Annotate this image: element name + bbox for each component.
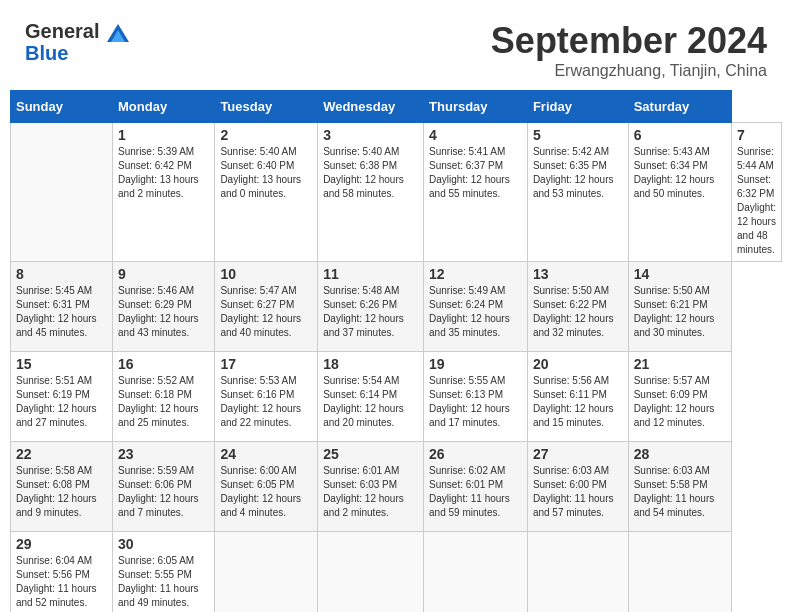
calendar-week-row: 15Sunrise: 5:51 AM Sunset: 6:19 PM Dayli…	[11, 352, 782, 442]
day-info: Sunrise: 5:52 AM Sunset: 6:18 PM Dayligh…	[118, 374, 209, 430]
day-number: 30	[118, 536, 209, 552]
calendar-day-cell: 7Sunrise: 5:44 AM Sunset: 6:32 PM Daylig…	[732, 123, 782, 262]
day-number: 12	[429, 266, 522, 282]
day-number: 4	[429, 127, 522, 143]
calendar-day-cell: 21Sunrise: 5:57 AM Sunset: 6:09 PM Dayli…	[628, 352, 731, 442]
day-number: 24	[220, 446, 312, 462]
day-info: Sunrise: 6:04 AM Sunset: 5:56 PM Dayligh…	[16, 554, 107, 610]
calendar-day-cell: 2Sunrise: 5:40 AM Sunset: 6:40 PM Daylig…	[215, 123, 318, 262]
day-info: Sunrise: 5:43 AM Sunset: 6:34 PM Dayligh…	[634, 145, 726, 201]
month-title: September 2024	[491, 20, 767, 62]
day-number: 6	[634, 127, 726, 143]
day-number: 16	[118, 356, 209, 372]
day-info: Sunrise: 6:03 AM Sunset: 6:00 PM Dayligh…	[533, 464, 623, 520]
day-number: 22	[16, 446, 107, 462]
day-info: Sunrise: 5:51 AM Sunset: 6:19 PM Dayligh…	[16, 374, 107, 430]
day-number: 3	[323, 127, 418, 143]
day-number: 7	[737, 127, 776, 143]
logo-icon	[107, 24, 129, 42]
day-number: 13	[533, 266, 623, 282]
calendar-day-cell: 8Sunrise: 5:45 AM Sunset: 6:31 PM Daylig…	[11, 262, 113, 352]
calendar-day-cell: 5Sunrise: 5:42 AM Sunset: 6:35 PM Daylig…	[527, 123, 628, 262]
day-info: Sunrise: 5:44 AM Sunset: 6:32 PM Dayligh…	[737, 145, 776, 257]
day-number: 21	[634, 356, 726, 372]
calendar-day-cell: 13Sunrise: 5:50 AM Sunset: 6:22 PM Dayli…	[527, 262, 628, 352]
calendar-day-cell: 12Sunrise: 5:49 AM Sunset: 6:24 PM Dayli…	[424, 262, 528, 352]
day-info: Sunrise: 5:46 AM Sunset: 6:29 PM Dayligh…	[118, 284, 209, 340]
day-info: Sunrise: 5:54 AM Sunset: 6:14 PM Dayligh…	[323, 374, 418, 430]
calendar-day-cell: 26Sunrise: 6:02 AM Sunset: 6:01 PM Dayli…	[424, 442, 528, 532]
day-info: Sunrise: 5:42 AM Sunset: 6:35 PM Dayligh…	[533, 145, 623, 201]
calendar-day-cell	[318, 532, 424, 613]
logo-subtext: Blue	[25, 42, 129, 64]
day-info: Sunrise: 5:50 AM Sunset: 6:21 PM Dayligh…	[634, 284, 726, 340]
day-info: Sunrise: 5:41 AM Sunset: 6:37 PM Dayligh…	[429, 145, 522, 201]
day-number: 23	[118, 446, 209, 462]
weekday-header-cell: Sunday	[11, 91, 113, 123]
day-info: Sunrise: 5:39 AM Sunset: 6:42 PM Dayligh…	[118, 145, 209, 201]
weekday-header-cell: Wednesday	[318, 91, 424, 123]
day-info: Sunrise: 5:40 AM Sunset: 6:40 PM Dayligh…	[220, 145, 312, 201]
day-info: Sunrise: 5:48 AM Sunset: 6:26 PM Dayligh…	[323, 284, 418, 340]
day-number: 19	[429, 356, 522, 372]
weekday-header-cell: Tuesday	[215, 91, 318, 123]
calendar-day-cell: 27Sunrise: 6:03 AM Sunset: 6:00 PM Dayli…	[527, 442, 628, 532]
calendar-day-cell: 9Sunrise: 5:46 AM Sunset: 6:29 PM Daylig…	[113, 262, 215, 352]
calendar-day-cell: 16Sunrise: 5:52 AM Sunset: 6:18 PM Dayli…	[113, 352, 215, 442]
day-number: 8	[16, 266, 107, 282]
day-info: Sunrise: 5:55 AM Sunset: 6:13 PM Dayligh…	[429, 374, 522, 430]
day-info: Sunrise: 6:01 AM Sunset: 6:03 PM Dayligh…	[323, 464, 418, 520]
calendar-week-row: 22Sunrise: 5:58 AM Sunset: 6:08 PM Dayli…	[11, 442, 782, 532]
calendar-day-cell: 30Sunrise: 6:05 AM Sunset: 5:55 PM Dayli…	[113, 532, 215, 613]
calendar-day-cell: 4Sunrise: 5:41 AM Sunset: 6:37 PM Daylig…	[424, 123, 528, 262]
day-number: 11	[323, 266, 418, 282]
day-number: 25	[323, 446, 418, 462]
calendar-day-cell: 23Sunrise: 5:59 AM Sunset: 6:06 PM Dayli…	[113, 442, 215, 532]
day-info: Sunrise: 5:53 AM Sunset: 6:16 PM Dayligh…	[220, 374, 312, 430]
day-info: Sunrise: 5:40 AM Sunset: 6:38 PM Dayligh…	[323, 145, 418, 201]
calendar-day-cell: 15Sunrise: 5:51 AM Sunset: 6:19 PM Dayli…	[11, 352, 113, 442]
calendar-day-cell: 6Sunrise: 5:43 AM Sunset: 6:34 PM Daylig…	[628, 123, 731, 262]
calendar-day-cell	[628, 532, 731, 613]
weekday-header-row: SundayMondayTuesdayWednesdayThursdayFrid…	[11, 91, 782, 123]
calendar-day-cell: 22Sunrise: 5:58 AM Sunset: 6:08 PM Dayli…	[11, 442, 113, 532]
calendar-day-cell: 3Sunrise: 5:40 AM Sunset: 6:38 PM Daylig…	[318, 123, 424, 262]
calendar-day-cell	[424, 532, 528, 613]
day-info: Sunrise: 6:05 AM Sunset: 5:55 PM Dayligh…	[118, 554, 209, 610]
title-block: September 2024 Erwangzhuang, Tianjin, Ch…	[491, 20, 767, 80]
day-number: 1	[118, 127, 209, 143]
day-info: Sunrise: 6:00 AM Sunset: 6:05 PM Dayligh…	[220, 464, 312, 520]
day-number: 29	[16, 536, 107, 552]
calendar-day-cell: 28Sunrise: 6:03 AM Sunset: 5:58 PM Dayli…	[628, 442, 731, 532]
location: Erwangzhuang, Tianjin, China	[491, 62, 767, 80]
day-number: 5	[533, 127, 623, 143]
day-number: 28	[634, 446, 726, 462]
calendar-day-cell	[527, 532, 628, 613]
day-number: 14	[634, 266, 726, 282]
day-info: Sunrise: 5:58 AM Sunset: 6:08 PM Dayligh…	[16, 464, 107, 520]
calendar-body: 1Sunrise: 5:39 AM Sunset: 6:42 PM Daylig…	[11, 123, 782, 613]
calendar-day-cell: 17Sunrise: 5:53 AM Sunset: 6:16 PM Dayli…	[215, 352, 318, 442]
calendar-day-cell	[215, 532, 318, 613]
day-number: 27	[533, 446, 623, 462]
calendar-day-cell: 29Sunrise: 6:04 AM Sunset: 5:56 PM Dayli…	[11, 532, 113, 613]
calendar-table: SundayMondayTuesdayWednesdayThursdayFrid…	[10, 90, 782, 612]
day-number: 18	[323, 356, 418, 372]
day-number: 26	[429, 446, 522, 462]
calendar-day-cell: 10Sunrise: 5:47 AM Sunset: 6:27 PM Dayli…	[215, 262, 318, 352]
weekday-header-cell: Thursday	[424, 91, 528, 123]
calendar-day-cell: 11Sunrise: 5:48 AM Sunset: 6:26 PM Dayli…	[318, 262, 424, 352]
day-number: 20	[533, 356, 623, 372]
weekday-header-cell: Friday	[527, 91, 628, 123]
logo-text: General	[25, 20, 129, 42]
calendar-week-row: 8Sunrise: 5:45 AM Sunset: 6:31 PM Daylig…	[11, 262, 782, 352]
day-info: Sunrise: 5:57 AM Sunset: 6:09 PM Dayligh…	[634, 374, 726, 430]
calendar-day-cell: 1Sunrise: 5:39 AM Sunset: 6:42 PM Daylig…	[113, 123, 215, 262]
page-header: General Blue September 2024 Erwangzhuang…	[10, 10, 782, 85]
calendar-day-cell: 24Sunrise: 6:00 AM Sunset: 6:05 PM Dayli…	[215, 442, 318, 532]
day-info: Sunrise: 5:49 AM Sunset: 6:24 PM Dayligh…	[429, 284, 522, 340]
calendar-day-cell: 14Sunrise: 5:50 AM Sunset: 6:21 PM Dayli…	[628, 262, 731, 352]
calendar-day-cell: 18Sunrise: 5:54 AM Sunset: 6:14 PM Dayli…	[318, 352, 424, 442]
day-info: Sunrise: 5:45 AM Sunset: 6:31 PM Dayligh…	[16, 284, 107, 340]
day-info: Sunrise: 6:02 AM Sunset: 6:01 PM Dayligh…	[429, 464, 522, 520]
